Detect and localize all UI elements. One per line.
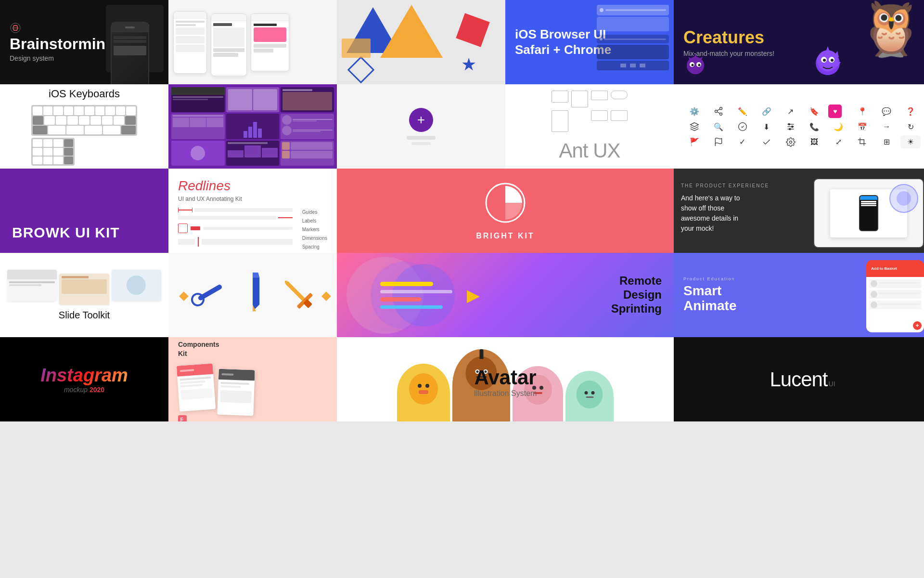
- card-design-tools[interactable]: [168, 253, 337, 337]
- svg-marker-38: [236, 274, 273, 311]
- phone-mockup-1: [173, 11, 207, 74]
- svg-point-9: [831, 59, 834, 62]
- spiky-creature: [811, 44, 845, 84]
- icon-share: [708, 105, 729, 118]
- redlines-list: Guides Labels Markers Dimensions Spacing…: [302, 208, 327, 253]
- svg-point-19: [715, 110, 717, 113]
- card-redlines[interactable]: Redlines UI and UX Annotating Kit: [168, 169, 337, 253]
- icon-layers: [684, 122, 705, 131]
- svg-point-29: [791, 126, 793, 127]
- icon-flag-2: [708, 135, 729, 148]
- brainstorming-subtitle: Design system: [10, 54, 54, 62]
- bright-kit-logo: [484, 181, 527, 224]
- card-ios-keyboards[interactable]: iOS Keyboards: [0, 84, 168, 169]
- avatar-title: Avatar: [474, 366, 537, 389]
- slide-toolkit-title: Slide Toolkit: [59, 310, 110, 321]
- phone-mockup-3: [251, 13, 289, 71]
- svg-point-16: [692, 64, 694, 66]
- svg-rect-41: [285, 281, 307, 302]
- redlines-content: Guides Labels Markers Dimensions Spacing…: [178, 208, 327, 253]
- card-icons-grid[interactable]: ⚙️ ✏️ 🔗 ↗ 🔖 ♥ 📍 💬 ❓ 🔍 ⬇: [674, 84, 924, 169]
- card-lucent-ui[interactable]: Lucent UI: [674, 337, 924, 421]
- card-ant-ux[interactable]: Ant UX: [505, 84, 674, 169]
- svg-point-30: [789, 128, 790, 130]
- creatures-title: Creatures: [683, 27, 774, 48]
- icon-refresh: ↻: [900, 122, 921, 131]
- icon-link: 🔗: [757, 105, 777, 118]
- diamond-shape: [347, 56, 375, 84]
- icon-grid: ⊞: [876, 135, 897, 148]
- svg-point-2: [817, 50, 838, 71]
- icon-maximize: ⤢: [828, 135, 848, 148]
- svg-rect-36: [197, 284, 223, 301]
- remote-design-title: RemoteDesignSprinting: [611, 274, 662, 315]
- icon-check: ✓: [732, 135, 753, 148]
- card-browk-ui-kit[interactable]: BROWK UI KIT: [0, 169, 168, 253]
- svg-line-21: [717, 112, 720, 113]
- wireframe-doc-previews: [178, 365, 254, 415]
- scissors-icon: [188, 275, 226, 315]
- card-ios-browser[interactable]: iOS Browser UISafari + Chrome: [505, 0, 674, 84]
- icon-export: ↗: [781, 105, 801, 118]
- arrow-indicator: ▶: [467, 286, 480, 305]
- icon-moon: 🌙: [828, 122, 848, 131]
- slide-thumbnails: [168, 84, 337, 169]
- year-badge: 2020: [90, 386, 104, 394]
- progress-bars: [380, 282, 452, 309]
- card-brainstorming[interactable]: Brainstorming Design system ": [0, 0, 168, 84]
- icon-help: ❓: [900, 105, 921, 118]
- instagram-title: Instagram: [40, 365, 128, 386]
- card-smart-animate[interactable]: Product Education SmartAnimate Add to Ba…: [674, 253, 924, 337]
- icon-check-2: [757, 135, 777, 148]
- card-geometric-shapes[interactable]: ★: [337, 0, 505, 84]
- instagram-subtitle: mockup 2020: [64, 386, 104, 394]
- card-wireframe-components[interactable]: WireframeComponentsKit: [168, 337, 337, 421]
- icon-flag: 🚩: [684, 135, 705, 148]
- phone-mockup-2: [211, 13, 247, 76]
- icon-gear-2: [781, 135, 801, 148]
- bright-kit-title: BRIGHT KIT: [476, 232, 535, 240]
- figma-icon-bottom: F: [178, 415, 187, 421]
- instagram-content: Instagram mockup 2020: [40, 365, 128, 394]
- icon-arrow-right: →: [876, 122, 897, 131]
- svg-point-28: [788, 123, 790, 125]
- browk-title: BROWK UI KIT: [12, 224, 120, 241]
- sa-phone-header: Add to Basket: [866, 260, 924, 277]
- icon-calendar: 📅: [852, 122, 873, 131]
- icon-image: 🖼: [805, 135, 825, 148]
- card-add-template[interactable]: +: [337, 84, 505, 169]
- svg-point-18: [719, 107, 722, 110]
- svg-point-17: [698, 64, 701, 66]
- orange-triangle: [380, 5, 443, 58]
- tool-icons: [168, 253, 337, 337]
- smart-animate-title: SmartAnimate: [683, 284, 736, 314]
- add-button[interactable]: +: [409, 108, 433, 132]
- pencil-icon: [233, 275, 272, 315]
- card-bright-kit[interactable]: BRIGHT KIT: [337, 169, 674, 253]
- icons-collection: ⚙️ ✏️ 🔗 ↗ 🔖 ♥ 📍 💬 ❓ 🔍 ⬇: [679, 89, 924, 164]
- main-grid: Brainstorming Design system ": [0, 0, 924, 578]
- card-slide-toolkit[interactable]: Slide Toolkit: [0, 253, 168, 337]
- card-remote-design-sprinting[interactable]: ▶ RemoteDesignSprinting: [337, 253, 674, 337]
- button-decoration-1: [407, 136, 436, 140]
- card-product-experience[interactable]: THE PRODUCT EXPERIENCE And here's a way …: [674, 169, 924, 253]
- card-presentation-template[interactable]: [168, 84, 337, 169]
- icon-search: 🔍: [708, 122, 729, 131]
- redlines-title: Redlines: [178, 178, 231, 194]
- card-instagram-mockup[interactable]: Instagram mockup 2020: [0, 337, 168, 421]
- redlines-annotations-visual: [178, 208, 293, 253]
- card-privacy-settings[interactable]: [168, 0, 337, 84]
- icon-bookmark: 🔖: [805, 105, 825, 118]
- fab-button[interactable]: +: [913, 321, 922, 330]
- icon-crop: [852, 135, 873, 148]
- button-decoration-2: [411, 142, 431, 145]
- slide-previews: [7, 270, 161, 305]
- card-avatar-illustration[interactable]: Avatar Illustration System: [337, 337, 674, 421]
- ant-ux-title: Ant UX: [559, 139, 620, 162]
- owl-creature: 🦉: [858, 0, 924, 60]
- icon-download: ⬇: [757, 122, 777, 131]
- product-edu-label: Product Education: [683, 276, 735, 281]
- orange-rect: [342, 39, 371, 58]
- card-creatures[interactable]: Creatures Mix-and-match your monsters! 🦉: [674, 0, 924, 84]
- figma-logo: [10, 22, 21, 36]
